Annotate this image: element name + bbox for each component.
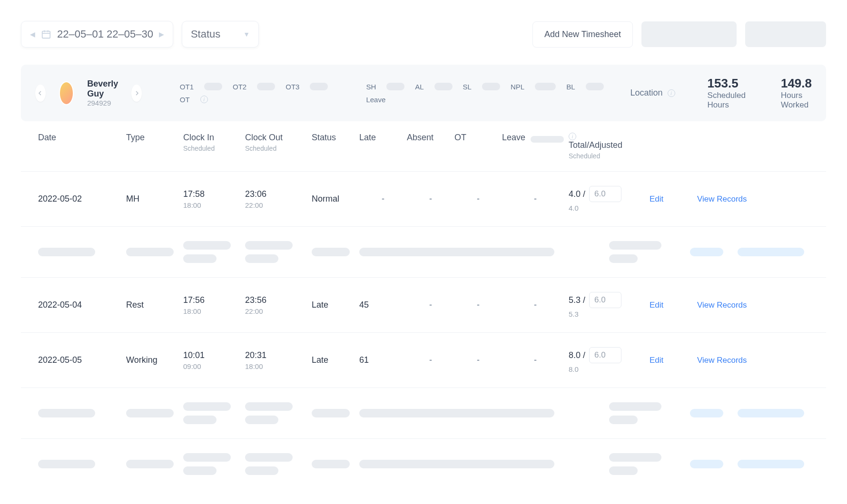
location-label: Location: [630, 88, 663, 98]
cell-late: 45: [359, 300, 407, 310]
employee-summary-bar: Beverly Guy 294929 OT1 OT2 OT3 OT i SH A…: [21, 65, 826, 121]
worked-hours-value: 149.8: [781, 76, 812, 91]
edit-link[interactable]: Edit: [650, 300, 663, 310]
ot-tag: OT3: [286, 83, 299, 91]
scheduled-hours-stat: 153.5 Scheduled Hours: [708, 76, 746, 110]
cell-absent: -: [407, 194, 454, 204]
leave-tag: AL: [415, 83, 424, 91]
adjusted-input[interactable]: [589, 347, 621, 363]
col-absent: Absent: [407, 133, 454, 143]
skeleton-row: [21, 438, 826, 489]
cell-clockin: 17:5818:00: [183, 189, 245, 209]
chevron-left-icon[interactable]: ◀: [30, 30, 35, 38]
total-scheduled: 8.0: [569, 365, 650, 373]
total-scheduled: 5.3: [569, 310, 650, 318]
next-employee-button[interactable]: [131, 85, 142, 102]
table-header: Date Type Clock InScheduled Clock OutSch…: [21, 121, 826, 171]
topbar: ◀ 22–05–01 22–05–30 ▶ Status ▼ Add New T…: [21, 21, 826, 48]
cell-ot: -: [454, 194, 502, 204]
ot-tag: OT1: [180, 83, 194, 91]
chevron-right-icon[interactable]: ▶: [159, 30, 164, 38]
col-clockout: Clock Out: [245, 133, 312, 143]
cell-type: Working: [126, 355, 183, 365]
status-filter[interactable]: Status ▼: [182, 21, 259, 48]
cell-ot: -: [454, 300, 502, 310]
cell-status: Late: [312, 355, 359, 365]
leave-summary-label: Leave: [366, 96, 385, 104]
date-range-picker[interactable]: ◀ 22–05–01 22–05–30 ▶: [21, 21, 173, 48]
cell-clockout: 23:0622:00: [245, 189, 312, 209]
skeleton-col: [531, 136, 564, 143]
cell-absent: -: [407, 355, 454, 365]
table-row: 2022-05-04 Rest 17:5618:00 23:5622:00 La…: [21, 277, 826, 332]
cell-clockin: 17:5618:00: [183, 295, 245, 315]
cell-date: 2022-05-04: [38, 300, 126, 310]
cell-leave: -: [502, 194, 569, 204]
adjusted-input[interactable]: [589, 186, 621, 202]
cell-late: -: [359, 194, 407, 204]
employee-name: Beverly Guy: [87, 79, 118, 99]
view-records-link[interactable]: View Records: [697, 194, 747, 204]
skeleton-button: [641, 21, 737, 47]
total-value: 8.0 /: [569, 350, 585, 360]
leave-tag: SH: [366, 83, 376, 91]
skeleton-row: [21, 388, 826, 438]
scheduled-hours-label: Scheduled Hours: [708, 91, 746, 110]
location-filter[interactable]: Location i: [630, 88, 675, 98]
col-status: Status: [312, 133, 359, 143]
cell-absent: -: [407, 300, 454, 310]
ot-summary-label: OT: [180, 96, 190, 104]
col-date: Date: [38, 133, 126, 143]
info-icon[interactable]: i: [200, 96, 208, 103]
status-label: Status: [191, 28, 220, 40]
cell-type: MH: [126, 194, 183, 204]
info-icon: i: [668, 89, 675, 97]
cell-status: Late: [312, 300, 359, 310]
col-type: Type: [126, 133, 183, 143]
cell-leave: -: [502, 355, 569, 365]
total-value: 4.0 /: [569, 189, 585, 199]
cell-late: 61: [359, 355, 407, 365]
cell-clockout: 20:3118:00: [245, 350, 312, 370]
add-timesheet-button[interactable]: Add New Timesheet: [532, 21, 633, 48]
cell-clockin: 10:0109:00: [183, 350, 245, 370]
total-value: 5.3 /: [569, 295, 585, 305]
cell-date: 2022-05-05: [38, 355, 126, 365]
view-records-link[interactable]: View Records: [697, 300, 747, 310]
table-row: 2022-05-05 Working 10:0109:00 20:3118:00…: [21, 332, 826, 388]
skeleton-row: [21, 226, 826, 277]
adjusted-input[interactable]: [589, 292, 621, 308]
col-late: Late: [359, 133, 407, 143]
svg-rect-0: [42, 31, 50, 39]
scheduled-hours-value: 153.5: [708, 76, 746, 91]
edit-link[interactable]: Edit: [650, 356, 663, 365]
employee-id: 294929: [87, 99, 118, 107]
calendar-icon: [41, 29, 51, 39]
ot-tags-row: OT1 OT2 OT3: [180, 83, 328, 91]
ot-tag: OT2: [233, 83, 246, 91]
avatar: [59, 81, 74, 105]
col-ot: OT: [454, 133, 502, 143]
leave-tag: BL: [566, 83, 575, 91]
col-total: Total/Adjusted: [569, 140, 650, 150]
skeleton-button: [745, 21, 826, 47]
col-clockin: Clock In: [183, 133, 245, 143]
worked-hours-label: Hours Worked: [781, 91, 812, 110]
leave-tag: SL: [463, 83, 472, 91]
view-records-link[interactable]: View Records: [697, 356, 747, 365]
cell-date: 2022-05-02: [38, 194, 126, 204]
cell-clockout: 23:5622:00: [245, 295, 312, 315]
info-icon: i: [569, 133, 576, 140]
edit-link[interactable]: Edit: [650, 194, 663, 204]
worked-hours-stat: 149.8 Hours Worked: [781, 76, 812, 110]
leave-tag: NPL: [511, 83, 524, 91]
date-range-text: 22–05–01 22–05–30: [57, 28, 153, 40]
cell-status: Normal: [312, 194, 359, 204]
cell-type: Rest: [126, 300, 183, 310]
total-scheduled: 4.0: [569, 204, 650, 212]
table-row: 2022-05-02 MH 17:5818:00 23:0622:00 Norm…: [21, 171, 826, 226]
chevron-down-icon: ▼: [243, 30, 250, 38]
prev-employee-button[interactable]: [35, 85, 46, 102]
leave-tags-row: SH AL SL NPL BL: [366, 83, 603, 91]
cell-ot: -: [454, 355, 502, 365]
